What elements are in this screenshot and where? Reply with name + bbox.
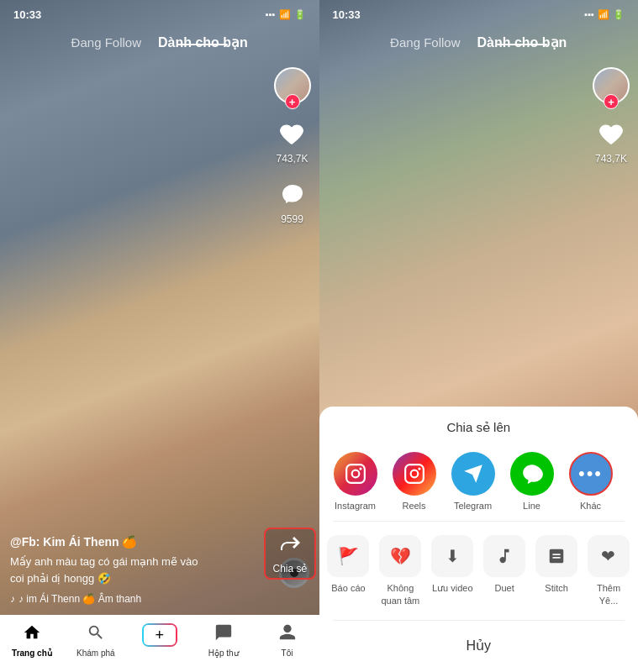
inbox-icon-left bbox=[214, 623, 233, 646]
like-count-left: 743,7K bbox=[276, 153, 308, 165]
more-label: Khác bbox=[580, 501, 601, 511]
more2-label: ThêmYê... bbox=[597, 582, 620, 606]
status-icons-left: ▪▪▪ 📶 🔋 bbox=[266, 9, 306, 20]
home-icon-left bbox=[23, 623, 41, 646]
battery-icon-right: 🔋 bbox=[613, 9, 625, 20]
heart-icon-right bbox=[596, 119, 626, 150]
top-nav-left: Đang Follow Dành cho bạn bbox=[0, 24, 319, 60]
status-icons-right: ▪▪▪ 📶 🔋 bbox=[584, 9, 625, 20]
nav-explore-left[interactable]: Khám phá bbox=[76, 623, 116, 658]
user-handle-left: @Fb: Kim Ái Thenn 🍊 bbox=[10, 535, 269, 549]
music-note-icon: ♪ bbox=[10, 593, 15, 605]
create-button-left[interactable]: + bbox=[142, 623, 177, 647]
wifi-icon-right: 📶 bbox=[598, 9, 609, 20]
creator-avatar-right[interactable]: + bbox=[593, 67, 630, 104]
tab-underline-right bbox=[497, 44, 547, 45]
not-interested-icon: 💔 bbox=[379, 535, 421, 577]
share-icon-left bbox=[277, 533, 303, 559]
cancel-button[interactable]: Hủy bbox=[319, 627, 639, 664]
music-info-left: ♪ ♪ im Ái Thenn 🍊 Âm thanh bbox=[10, 593, 269, 605]
share-divider2 bbox=[333, 620, 625, 621]
save-video-label: Lưu video bbox=[432, 582, 473, 594]
comment-icon-left bbox=[277, 180, 308, 210]
stitch-icon bbox=[535, 535, 577, 577]
explore-label-left: Khám phá bbox=[76, 648, 115, 658]
comment-button-left[interactable]: 9599 bbox=[277, 180, 308, 225]
for-you-tab-left[interactable]: Dành cho bạn bbox=[158, 35, 248, 50]
explore-icon-left bbox=[87, 623, 105, 646]
right-actions-left: + 743,7K 9599 bbox=[274, 67, 311, 225]
report-icon: 🚩 bbox=[327, 535, 369, 577]
follow-plus-right[interactable]: + bbox=[604, 94, 619, 109]
right-actions-right: + 743,7K bbox=[593, 67, 630, 165]
following-tab-left[interactable]: Đang Follow bbox=[71, 35, 141, 50]
status-bar-right: 10:33 ▪▪▪ 📶 🔋 bbox=[319, 0, 639, 24]
nav-inbox-left[interactable]: Hộp thư bbox=[203, 623, 244, 658]
video-desc-left: Mấy anh màu tag có gái mạnh mẽ vào coi p… bbox=[10, 554, 269, 586]
share-sheet: Chia sẻ lên Instagram Reels Telegram bbox=[319, 407, 639, 672]
stitch-label: Stitch bbox=[545, 582, 568, 594]
telegram-icon bbox=[451, 452, 495, 496]
like-button-left[interactable]: 743,7K bbox=[276, 119, 308, 165]
time-left: 10:33 bbox=[13, 8, 41, 21]
share-reels[interactable]: Reels bbox=[385, 449, 444, 514]
telegram-label: Telegram bbox=[454, 501, 492, 511]
share-telegram[interactable]: Telegram bbox=[444, 449, 503, 514]
following-tab-right[interactable]: Đang Follow bbox=[390, 35, 460, 50]
tab-underline-left bbox=[177, 44, 228, 45]
share-instagram[interactable]: Instagram bbox=[326, 449, 385, 514]
bottom-nav-left: Trang chủ Khám phá + Hộp thư Tôi bbox=[0, 615, 319, 672]
svg-point-1 bbox=[351, 470, 359, 478]
action-not-interested[interactable]: 💔 Khôngquan tâm bbox=[375, 535, 425, 606]
action-stitch[interactable]: Stitch bbox=[531, 535, 582, 606]
follow-plus-left[interactable]: + bbox=[285, 94, 300, 109]
share-more[interactable]: ••• Khác bbox=[562, 449, 620, 514]
nav-home-left[interactable]: Trang chủ bbox=[12, 623, 52, 658]
action-report[interactable]: 🚩 Báo cáo bbox=[323, 535, 373, 606]
svg-point-5 bbox=[418, 468, 420, 470]
like-button-right[interactable]: 743,7K bbox=[595, 119, 627, 165]
share-sheet-title: Chia sẻ lên bbox=[319, 420, 639, 435]
share-line[interactable]: Line bbox=[503, 449, 562, 514]
line-label: Line bbox=[523, 501, 540, 511]
nav-profile-left[interactable]: Tôi bbox=[267, 623, 308, 658]
profile-label-left: Tôi bbox=[282, 648, 293, 658]
for-you-tab-right[interactable]: Dành cho bạn bbox=[477, 35, 567, 50]
heart-icon-left bbox=[277, 119, 307, 150]
action-more2[interactable]: ❤ ThêmYê... bbox=[583, 535, 634, 606]
more2-icon: ❤ bbox=[588, 535, 630, 577]
inbox-label-left: Hộp thư bbox=[208, 648, 239, 658]
share-apps-row: Instagram Reels Telegram Line bbox=[319, 449, 639, 514]
profile-icon-left bbox=[278, 623, 297, 646]
battery-icon: 🔋 bbox=[294, 9, 306, 20]
nav-create-left[interactable]: + bbox=[140, 623, 180, 647]
home-label-left: Trang chủ bbox=[12, 648, 52, 658]
svg-point-2 bbox=[359, 468, 361, 470]
signal-icon-right: ▪▪▪ bbox=[584, 9, 594, 19]
more-icon-circle: ••• bbox=[569, 452, 613, 496]
plus-icon-left: + bbox=[155, 627, 164, 644]
left-panel: 10:33 ▪▪▪ 📶 🔋 Đang Follow Dành cho bạn +… bbox=[0, 0, 319, 672]
instagram-icon bbox=[334, 452, 377, 496]
line-icon bbox=[510, 452, 554, 496]
action-duet[interactable]: Duet bbox=[479, 535, 530, 606]
svg-point-4 bbox=[410, 470, 418, 478]
wifi-icon: 📶 bbox=[279, 9, 291, 20]
more-dots-icon: ••• bbox=[578, 463, 603, 485]
share-button-left[interactable]: Chia sẻ bbox=[264, 528, 315, 580]
svg-rect-3 bbox=[405, 465, 424, 484]
duet-label: Duet bbox=[495, 582, 514, 594]
duet-icon bbox=[483, 535, 525, 577]
creator-avatar-left[interactable]: + bbox=[274, 67, 311, 104]
top-nav-right: Đang Follow Dành cho bạn bbox=[319, 24, 639, 60]
instagram-label: Instagram bbox=[335, 501, 376, 511]
video-info-left: @Fb: Kim Ái Thenn 🍊 Mấy anh màu tag có g… bbox=[10, 535, 269, 605]
reels-label: Reels bbox=[402, 501, 425, 511]
time-right: 10:33 bbox=[333, 8, 361, 21]
comment-count-left: 9599 bbox=[281, 213, 303, 225]
share-label-left: Chia sẻ bbox=[272, 563, 307, 575]
right-panel: 10:33 ▪▪▪ 📶 🔋 Đang Follow Dành cho bạn +… bbox=[319, 0, 639, 672]
svg-rect-0 bbox=[346, 465, 365, 484]
action-save-video[interactable]: ⬇ Lưu video bbox=[427, 535, 477, 606]
save-video-icon: ⬇ bbox=[431, 535, 473, 577]
